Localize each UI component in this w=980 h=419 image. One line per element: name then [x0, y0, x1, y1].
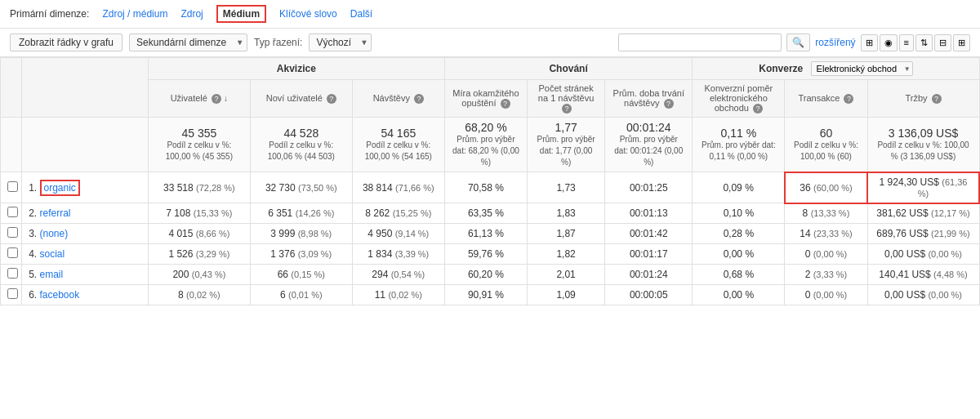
cell-value: 3 999 [270, 228, 295, 239]
view-compare-button[interactable]: ⇅ [915, 34, 933, 51]
totals-pocet-sub: Prům. pro výběr dat: 1,77 (0,00 %) [534, 134, 598, 168]
help-icon-trzby[interactable]: ? [932, 94, 942, 104]
medium-link[interactable]: (none) [40, 228, 69, 239]
cell-pct: (73,50 %) [298, 183, 337, 193]
nav-link-klicove-slovo[interactable]: Klíčové slovo [279, 8, 337, 20]
data-cell: 4 950 (9,14 %) [352, 224, 444, 244]
typ-razeni-select[interactable]: Výchozí [309, 33, 372, 51]
row-checkbox[interactable] [7, 181, 18, 192]
totals-prumer-sub: Prům. pro výběr dat: 00:01:24 (0,00 %) [612, 134, 685, 168]
table-row: 6. facebook8 (0,02 %)6 (0,01 %)11 (0,02 … [1, 285, 980, 305]
medium-link[interactable]: referral [40, 207, 71, 219]
sekundarni-dimenze-select[interactable]: Sekundární dimenze [129, 33, 247, 51]
data-cell: 61,13 % [444, 224, 527, 244]
medium-link[interactable]: organic [40, 180, 80, 196]
cell-pct: (0,00 %) [928, 249, 962, 259]
ecom-select-wrap: Elektronický obchod ▼ [811, 61, 913, 76]
cell-value: 1 526 [168, 248, 193, 260]
row-checkbox[interactable] [7, 288, 18, 299]
help-icon-prumer[interactable]: ? [664, 99, 674, 109]
cell-value: 381,62 US$ [876, 207, 928, 219]
row-number: 3. [29, 228, 39, 239]
row-checkbox[interactable] [7, 247, 18, 258]
data-cell: 8 (13,33 %) [785, 203, 867, 224]
row-checkbox[interactable] [7, 268, 18, 279]
view-grid-button[interactable]: ⊞ [861, 34, 878, 51]
cell-pct: (0,02 %) [186, 290, 220, 300]
table-row: 2. referral7 108 (15,33 %)6 351 (14,26 %… [1, 203, 980, 224]
prumer-label: Prům. doba trvání návštěvy [613, 88, 684, 108]
nav-link-zdroj[interactable]: Zdroj [180, 8, 203, 20]
zobrazit-radky-button[interactable]: Zobrazit řádky v grafu [10, 33, 122, 51]
totals-users-sub: Podíl z celku v %: 100,00 % (45 355) [155, 140, 243, 163]
view-pivot-button[interactable]: ⊟ [934, 34, 951, 51]
data-cell: 7 108 (15,33 %) [148, 203, 250, 224]
cell-value: 6 351 [268, 207, 292, 219]
help-icon-navstevy[interactable]: ? [414, 94, 424, 104]
totals-prumer: 00:01:24 [612, 121, 685, 134]
data-cell: 70,58 % [444, 172, 527, 203]
th-trzby: Tržby ? [867, 80, 979, 118]
help-icon-konverzni[interactable]: ? [753, 104, 763, 114]
cell-value: 0,00 % [724, 248, 754, 260]
totals-transakce-cell: 60 Podíl z celku v %: 100,00 % (60) [785, 118, 867, 172]
totals-transakce-sub: Podíl z celku v %: 100,00 % (60) [791, 140, 860, 163]
data-cell: 6 (0,01 %) [250, 285, 352, 305]
navstevy-label: Návštěvy [373, 93, 410, 103]
help-icon-users[interactable]: ? [212, 94, 221, 104]
help-icon-transakce[interactable]: ? [844, 94, 853, 104]
cell-pct: (12,17 %) [931, 208, 970, 218]
data-cell: 00:01:25 [605, 172, 693, 203]
data-cell: 8 262 (15,25 %) [352, 203, 444, 224]
cell-pct: (15,25 %) [393, 208, 432, 218]
ecom-select[interactable]: Elektronický obchod [811, 61, 913, 76]
row-checkbox-cell [1, 224, 22, 244]
totals-transakce: 60 [791, 127, 860, 140]
nav-link-zdroj-medium[interactable]: Zdroj / médium [102, 8, 167, 20]
cell-value: 00:01:24 [630, 269, 668, 280]
medium-name-cell: 3. (none) [22, 224, 149, 244]
data-cell: 0,00 % [693, 244, 785, 265]
data-cell: 140,41 US$ (4,48 %) [867, 265, 979, 285]
medium-link[interactable]: email [40, 269, 64, 280]
data-cell: 2 (3,33 %) [785, 265, 867, 285]
medium-name-cell: 5. email [22, 265, 149, 285]
help-icon-pocet[interactable]: ? [562, 104, 572, 114]
medium-link[interactable]: social [40, 248, 65, 260]
cell-value: 0,28 % [724, 228, 754, 239]
cell-value: 61,13 % [468, 228, 504, 239]
medium-name-cell: 6. facebook [22, 285, 149, 305]
cell-pct: (13,33 %) [811, 208, 850, 218]
totals-new-users-cell: 44 528 Podíl z celku v %: 100,06 % (44 5… [250, 118, 352, 172]
cell-pct: (0,01 %) [288, 290, 323, 300]
search-button[interactable]: 🔍 [786, 33, 810, 51]
view-bar-button[interactable]: ≡ [899, 34, 914, 51]
view-custom-button[interactable]: ⊞ [953, 34, 970, 51]
cell-pct: (0,00 %) [813, 290, 848, 300]
totals-mira-cell: 68,20 % Prům. pro výběr dat: 68,20 % (0,… [444, 118, 527, 172]
nav-link-medium[interactable]: Médium [216, 5, 266, 23]
data-cell: 689,76 US$ (21,99 %) [867, 224, 979, 244]
empty-medium-th [22, 58, 149, 118]
cell-value: 70,58 % [468, 182, 504, 194]
nav-link-dalsi[interactable]: Další [350, 8, 372, 20]
search-input[interactable] [618, 33, 782, 51]
data-cell: 1,82 [528, 244, 605, 265]
row-number: 6. [29, 289, 39, 301]
cell-value: 0,10 % [724, 207, 754, 219]
cell-pct: (15,33 %) [194, 208, 233, 218]
data-cell: 0,10 % [693, 203, 785, 224]
help-icon-new-users[interactable]: ? [327, 94, 336, 104]
row-checkbox[interactable] [7, 227, 18, 238]
sort-arrow-users[interactable]: ↓ [224, 94, 228, 103]
medium-link[interactable]: facebook [40, 289, 80, 301]
totals-navstevy-cell: 54 165 Podíl z celku v %: 100,00 % (54 1… [352, 118, 444, 172]
advanced-link[interactable]: rozšířený [815, 37, 855, 48]
data-cell: 1 526 (3,29 %) [148, 244, 250, 265]
help-icon-mira[interactable]: ? [501, 99, 510, 109]
row-number: 4. [29, 248, 39, 260]
data-cell: 0,68 % [693, 265, 785, 285]
data-cell: 1 834 (3,39 %) [352, 244, 444, 265]
view-pie-button[interactable]: ◉ [880, 34, 898, 51]
row-checkbox[interactable] [7, 207, 18, 217]
